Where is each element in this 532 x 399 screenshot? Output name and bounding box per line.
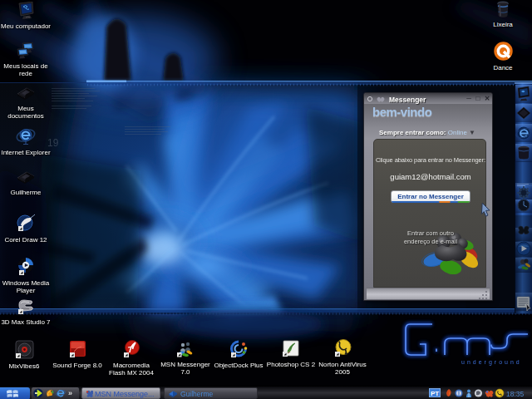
svg-text:underground: underground (461, 359, 522, 366)
